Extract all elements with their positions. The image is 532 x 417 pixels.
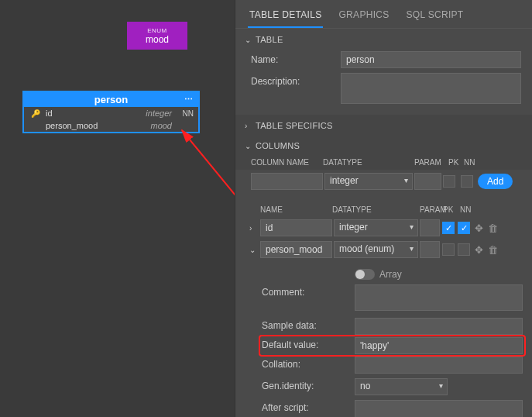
header-pk: PK [443, 205, 460, 214]
column-pk-checkbox[interactable]: ✓ [442, 222, 455, 234]
comment-label: Comment: [262, 284, 355, 298]
gen-identity-select[interactable]: no [355, 378, 448, 395]
section-table[interactable]: ⌄ TABLE [235, 29, 532, 49]
default-value-label: Default value: [262, 337, 355, 350]
column-row-person-mood[interactable]: ⌄ mood (enum) ✥ 🗑 [235, 239, 532, 260]
column-row-id[interactable]: › integer ✓ ✓ ✥ 🗑 [235, 217, 532, 239]
column-param-input[interactable] [420, 219, 440, 236]
header-name: COLUMN NAME [251, 158, 323, 167]
new-column-row: integer Add [235, 170, 532, 193]
column-nn: NN [177, 109, 194, 118]
chevron-right-icon: › [245, 122, 256, 130]
table-entity-header[interactable]: person ⋯ [24, 92, 198, 107]
tab-table-details[interactable]: TABLE DETAILS [248, 5, 323, 28]
header-nn: NN [464, 158, 479, 167]
delete-icon[interactable]: 🗑 [486, 244, 499, 256]
enum-entity[interactable]: ENUM mood [127, 22, 187, 50]
tab-graphics[interactable]: GRAPHICS [337, 5, 390, 28]
header-pk: PK [448, 158, 464, 167]
comment-input[interactable] [355, 284, 523, 311]
section-label: TABLE [256, 35, 283, 44]
details-panel: TABLE DETAILS GRAPHICS SQL SCRIPT ⌄ TABL… [235, 0, 532, 417]
column-detail-block: Array Comment: Sample data: Default valu… [262, 267, 532, 417]
expand-icon[interactable]: › [249, 224, 259, 233]
move-icon[interactable]: ✥ [472, 244, 485, 256]
section-table-specifics[interactable]: › TABLE SPECIFICS [235, 115, 532, 135]
header-datatype: DATATYPE [332, 205, 420, 214]
section-label: TABLE SPECIFICS [256, 121, 333, 130]
after-script-input[interactable] [355, 400, 523, 417]
panel-tabs: TABLE DETAILS GRAPHICS SQL SCRIPT [235, 0, 532, 29]
default-value-input[interactable] [355, 337, 523, 354]
enum-type-label: ENUM [127, 27, 187, 34]
table-description-input[interactable] [341, 73, 521, 104]
name-label: Name: [251, 51, 341, 65]
default-value-highlight: Default value: [259, 335, 526, 357]
tab-sql-script[interactable]: SQL SCRIPT [405, 5, 465, 28]
gen-identity-label: Gen.identity: [262, 378, 355, 391]
header-datatype: DATATYPE [323, 158, 414, 167]
column-nn-checkbox[interactable]: ✓ [458, 222, 470, 234]
header-nn: NN [460, 205, 477, 214]
column-list-header: NAME DATATYPE PARAM PK NN [235, 202, 532, 217]
column-type: integer [146, 109, 177, 118]
diagram-canvas[interactable]: ENUM mood person ⋯ 🔑 id integer NN perso… [0, 0, 235, 417]
columns-header: COLUMN NAME DATATYPE PARAM PK NN [235, 155, 532, 170]
table-name-input[interactable] [341, 51, 521, 68]
sample-data-input[interactable] [355, 318, 523, 335]
collation-label: Collation: [262, 357, 355, 370]
chevron-down-icon: ⌄ [245, 36, 256, 44]
table-entity-menu-icon[interactable]: ⋯ [184, 95, 194, 105]
column-nn-checkbox[interactable] [458, 243, 470, 256]
column-type-select[interactable]: integer [334, 219, 418, 236]
column-name: person_mood [43, 121, 150, 130]
array-toggle[interactable] [355, 269, 375, 280]
column-type-select[interactable]: mood (enum) [334, 241, 418, 258]
header-name: NAME [260, 205, 332, 214]
column-param-input[interactable] [420, 241, 440, 258]
section-label: COLUMNS [256, 141, 300, 150]
new-column-param-input[interactable] [414, 173, 441, 190]
chevron-down-icon: ⌄ [245, 142, 256, 150]
array-label: Array [379, 269, 402, 280]
sample-data-label: Sample data: [262, 318, 355, 331]
column-type: mood [150, 121, 177, 130]
collation-input[interactable] [355, 357, 523, 374]
column-pk-checkbox[interactable] [442, 243, 455, 256]
after-script-label: After script: [262, 400, 355, 413]
new-column-type-select[interactable]: integer [324, 173, 413, 190]
new-column-nn-checkbox[interactable] [461, 175, 473, 188]
header-param: PARAM [420, 205, 443, 214]
add-column-button[interactable]: Add [478, 174, 513, 189]
column-name-input[interactable] [260, 241, 332, 258]
primary-key-icon: 🔑 [29, 109, 43, 118]
header-param: PARAM [414, 158, 448, 167]
delete-icon[interactable]: 🗑 [486, 222, 499, 234]
table-entity-name: person [94, 94, 128, 105]
column-name: id [43, 109, 146, 118]
new-column-pk-checkbox[interactable] [443, 175, 455, 188]
section-columns[interactable]: ⌄ COLUMNS [235, 135, 532, 155]
table-entity[interactable]: person ⋯ 🔑 id integer NN person_mood moo… [22, 91, 200, 133]
collapse-icon[interactable]: ⌄ [249, 246, 259, 254]
enum-name: mood [127, 34, 187, 45]
column-name-input[interactable] [260, 219, 332, 236]
table-column-row[interactable]: person_mood mood [24, 119, 198, 132]
table-column-row[interactable]: 🔑 id integer NN [24, 107, 198, 119]
description-label: Description: [251, 73, 341, 87]
new-column-name-input[interactable] [251, 173, 323, 190]
move-icon[interactable]: ✥ [472, 222, 485, 234]
